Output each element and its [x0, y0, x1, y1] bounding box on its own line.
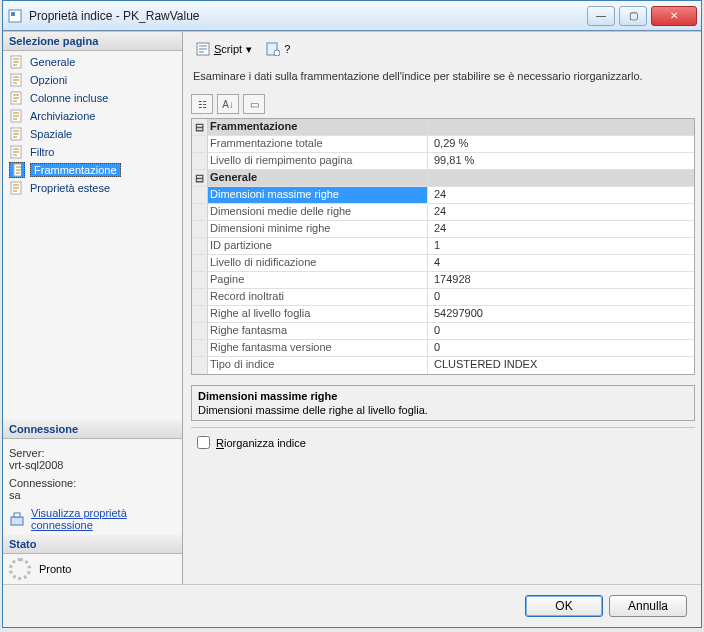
dialog-body: Selezione pagina GeneraleOpzioniColonne … [3, 31, 701, 584]
property-help-text: Dimensioni massime delle righe al livell… [198, 404, 688, 416]
propertygrid-toolbar: ☷ A↓ ▭ [191, 92, 695, 118]
dialog-window: Proprietà indice - PK_RawValue — ▢ ✕ Sel… [2, 0, 702, 628]
property-row[interactable]: Righe fantasma versione0 [192, 340, 694, 357]
page-list: GeneraleOpzioniColonne incluseArchiviazi… [3, 51, 182, 199]
page-label: Opzioni [30, 74, 67, 86]
property-row[interactable]: Tipo di indiceCLUSTERED INDEX [192, 357, 694, 374]
state-panel: Pronto [3, 554, 182, 584]
sidebar-page-frammentazione[interactable]: Frammentazione [7, 161, 178, 179]
page-icon [9, 162, 25, 178]
app-icon [7, 8, 23, 24]
sidebar-page-proprietà-estese[interactable]: Proprietà estese [7, 179, 178, 197]
connection-panel: Server: vrt-sql2008 Connessione: sa Visu… [3, 439, 182, 535]
help-label: ? [284, 43, 290, 55]
property-value: 0 [428, 323, 694, 339]
collapse-icon[interactable]: ⊟ [192, 119, 208, 135]
page-icon [9, 144, 25, 160]
property-value: 4 [428, 255, 694, 271]
property-key: Righe fantasma [208, 323, 428, 339]
page-label: Frammentazione [30, 163, 121, 177]
sidebar-page-colonne-incluse[interactable]: Colonne incluse [7, 89, 178, 107]
property-key: Dimensioni massime righe [208, 187, 428, 203]
reorganize-label: Riorganizza indice [216, 437, 306, 449]
page-label: Archiviazione [30, 110, 95, 122]
progress-icon [9, 558, 31, 580]
svg-rect-11 [14, 513, 20, 517]
property-value: 0 [428, 289, 694, 305]
property-row[interactable]: Righe fantasma0 [192, 323, 694, 340]
connection-value: sa [9, 489, 176, 501]
server-value: vrt-sql2008 [9, 459, 176, 471]
property-row[interactable]: Record inoltrati0 [192, 289, 694, 306]
property-row[interactable]: Dimensioni minime righe24 [192, 221, 694, 238]
property-value: 0 [428, 340, 694, 356]
close-button[interactable]: ✕ [651, 6, 697, 26]
property-value: 0,29 % [428, 136, 694, 152]
sidebar-page-filtro[interactable]: Filtro [7, 143, 178, 161]
sidebar-page-generale[interactable]: Generale [7, 53, 178, 71]
property-key: Livello di riempimento pagina [208, 153, 428, 169]
page-label: Spaziale [30, 128, 72, 140]
property-value: 24 [428, 187, 694, 203]
view-connection-link-row: Visualizza proprietà connessione [9, 507, 176, 531]
property-row[interactable]: Livello di riempimento pagina99,81 % [192, 153, 694, 170]
state-header: Stato [3, 535, 182, 554]
reorganize-row: Riorganizza indice [191, 427, 695, 457]
categorized-button[interactable]: ☷ [191, 94, 213, 114]
property-value: 174928 [428, 272, 694, 288]
property-value: 24 [428, 204, 694, 220]
page-icon [9, 180, 25, 196]
collapse-icon[interactable]: ⊟ [192, 170, 208, 186]
property-row[interactable]: Dimensioni medie delle righe24 [192, 204, 694, 221]
property-row[interactable]: Righe al livello foglia54297900 [192, 306, 694, 323]
toolbar: Script ▾ ? [191, 38, 695, 66]
page-icon [9, 108, 25, 124]
page-label: Generale [30, 56, 75, 68]
property-row[interactable]: ID partizione1 [192, 238, 694, 255]
property-key: Pagine [208, 272, 428, 288]
cancel-button[interactable]: Annulla [609, 595, 687, 617]
property-value: 24 [428, 221, 694, 237]
property-row[interactable]: Frammentazione totale0,29 % [192, 136, 694, 153]
property-key: Livello di nidificazione [208, 255, 428, 271]
page-label: Proprietà estese [30, 182, 110, 194]
reorganize-checkbox[interactable] [197, 436, 210, 449]
sidebar-page-opzioni[interactable]: Opzioni [7, 71, 178, 89]
property-row[interactable]: Dimensioni massime righe24 [192, 187, 694, 204]
property-key: Righe fantasma versione [208, 340, 428, 356]
page-icon [9, 72, 25, 88]
script-icon [196, 42, 210, 56]
svg-rect-10 [11, 517, 23, 525]
property-grid: ⊟FrammentazioneFrammentazione totale0,29… [191, 118, 695, 375]
main-panel: Script ▾ ? Esaminare i dati sulla framme… [183, 32, 701, 584]
minimize-button[interactable]: — [587, 6, 615, 26]
property-help-title: Dimensioni massime righe [198, 390, 688, 404]
property-value: 1 [428, 238, 694, 254]
property-key: Record inoltrati [208, 289, 428, 305]
sidebar-page-archiviazione[interactable]: Archiviazione [7, 107, 178, 125]
property-value: 99,81 % [428, 153, 694, 169]
help-button[interactable]: ? [261, 40, 295, 58]
page-selection-header: Selezione pagina [3, 32, 182, 51]
property-pages-button[interactable]: ▭ [243, 94, 265, 114]
alphabetical-button[interactable]: A↓ [217, 94, 239, 114]
dialog-footer: OK Annulla [3, 584, 701, 627]
script-button[interactable]: Script ▾ [191, 40, 257, 58]
property-category: ⊟Generale [192, 170, 694, 187]
description-text: Esaminare i dati sulla frammentazione de… [191, 66, 695, 92]
connection-icon [9, 511, 25, 527]
ok-button[interactable]: OK [525, 595, 603, 617]
script-label: Script [214, 43, 242, 55]
property-row[interactable]: Pagine174928 [192, 272, 694, 289]
view-connection-link[interactable]: Visualizza proprietà connessione [31, 507, 176, 531]
property-row[interactable]: Livello di nidificazione4 [192, 255, 694, 272]
sidebar-page-spaziale[interactable]: Spaziale [7, 125, 178, 143]
help-icon [266, 42, 280, 56]
category-label: Generale [208, 170, 428, 186]
page-icon [9, 126, 25, 142]
property-value: CLUSTERED INDEX [428, 357, 694, 374]
sidebar: Selezione pagina GeneraleOpzioniColonne … [3, 32, 183, 584]
maximize-button[interactable]: ▢ [619, 6, 647, 26]
property-help-panel: Dimensioni massime righe Dimensioni mass… [191, 385, 695, 421]
property-key: Dimensioni medie delle righe [208, 204, 428, 220]
